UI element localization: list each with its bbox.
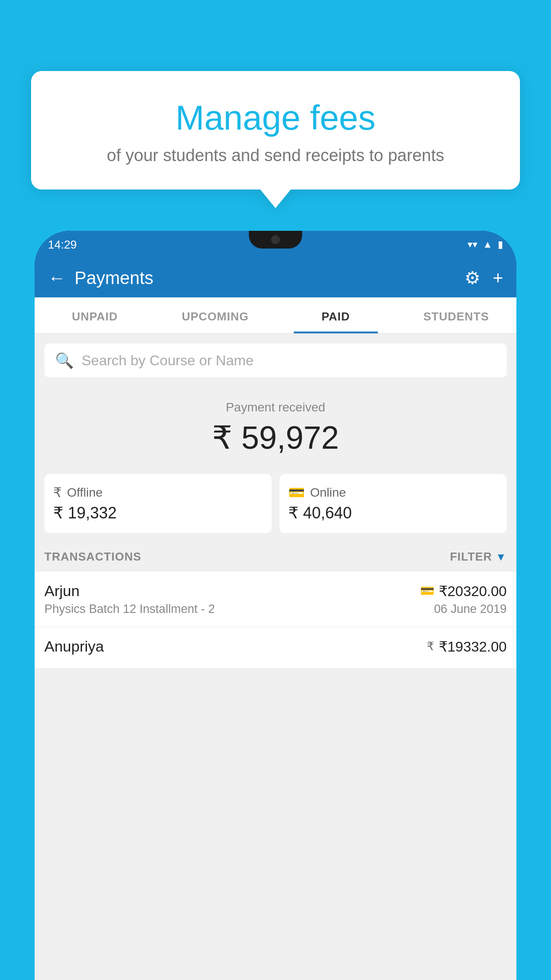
signal-icon: ▲ <box>483 239 492 250</box>
online-payment-card: 💳 Online ₹ 40,640 <box>279 474 507 533</box>
app-header: ← Payments ⚙ + <box>35 258 516 297</box>
transactions-label: TRANSACTIONS <box>44 550 142 564</box>
transaction-name-2: Anupriya <box>44 638 104 655</box>
search-input[interactable]: Search by Course or Name <box>82 352 254 369</box>
online-card-header: 💳 Online <box>288 485 498 500</box>
offline-payment-card: ₹ Offline ₹ 19,332 <box>44 474 272 533</box>
tab-bar: UNPAID UPCOMING PAID STUDENTS <box>35 297 516 334</box>
transaction-course: Physics Batch 12 Installment - 2 <box>44 602 215 616</box>
payment-received-section: Payment received ₹ 59,972 <box>35 387 516 465</box>
phone-screen: 14:29 ▾▾ ▲ ▮ ← Payments ⚙ + UNPAID <box>35 231 516 980</box>
filter-label: FILTER <box>450 550 492 564</box>
transaction-row[interactable]: Arjun 💳 ₹20320.00 Physics Batch 12 Insta… <box>35 572 516 627</box>
transaction-date: 06 June 2019 <box>434 602 507 616</box>
app-content: 🔍 Search by Course or Name Payment recei… <box>35 334 516 980</box>
transaction-amount: ₹20320.00 <box>439 583 507 600</box>
payment-received-amount: ₹ 59,972 <box>43 419 508 456</box>
transaction-top-2: Anupriya ₹ ₹19332.00 <box>44 638 507 655</box>
tab-students[interactable]: STUDENTS <box>396 297 517 333</box>
header-title: Payments <box>75 268 464 288</box>
offline-amount: ₹ 19,332 <box>53 504 263 522</box>
offline-icon: ₹ <box>53 485 62 500</box>
transactions-header: TRANSACTIONS FILTER ▼ <box>35 542 516 572</box>
filter-icon: ▼ <box>496 551 507 563</box>
transaction-card-icon: 💳 <box>420 584 434 598</box>
payment-cards: ₹ Offline ₹ 19,332 💳 Online ₹ 40,640 <box>35 465 516 542</box>
status-bar: 14:29 ▾▾ ▲ ▮ <box>35 231 516 258</box>
status-time: 14:29 <box>48 238 77 252</box>
transaction-amount-row-2: ₹ ₹19332.00 <box>427 638 507 655</box>
tab-unpaid[interactable]: UNPAID <box>35 297 155 333</box>
transaction-row-2[interactable]: Anupriya ₹ ₹19332.00 <box>35 627 516 669</box>
transaction-bottom: Physics Batch 12 Installment - 2 06 June… <box>44 602 507 616</box>
settings-icon[interactable]: ⚙ <box>464 268 480 288</box>
transaction-amount-2: ₹19332.00 <box>439 638 507 655</box>
bubble-subtitle: of your students and send receipts to pa… <box>53 146 498 165</box>
transaction-rupee-icon: ₹ <box>427 640 434 653</box>
status-icons: ▾▾ ▲ ▮ <box>468 239 503 250</box>
phone-frame: 14:29 ▾▾ ▲ ▮ ← Payments ⚙ + UNPAID <box>35 231 516 980</box>
transaction-top: Arjun 💳 ₹20320.00 <box>44 582 507 600</box>
back-button[interactable]: ← <box>48 268 66 288</box>
offline-card-header: ₹ Offline <box>53 485 263 500</box>
camera <box>271 235 280 244</box>
tab-paid[interactable]: PAID <box>276 297 396 333</box>
payment-received-label: Payment received <box>43 400 508 415</box>
offline-label: Offline <box>67 486 102 500</box>
speech-bubble: Manage fees of your students and send re… <box>31 71 520 190</box>
phone-notch <box>249 231 302 249</box>
search-bar[interactable]: 🔍 Search by Course or Name <box>44 344 507 377</box>
tab-upcoming[interactable]: UPCOMING <box>155 297 276 333</box>
filter-button[interactable]: FILTER ▼ <box>450 550 507 564</box>
online-icon: 💳 <box>288 485 305 500</box>
battery-icon: ▮ <box>498 239 503 250</box>
transaction-name: Arjun <box>44 582 79 600</box>
online-amount: ₹ 40,640 <box>288 504 498 522</box>
search-icon: 🔍 <box>55 352 74 369</box>
wifi-icon: ▾▾ <box>468 239 477 250</box>
header-icons: ⚙ + <box>464 268 503 288</box>
transaction-amount-row: 💳 ₹20320.00 <box>420 583 507 600</box>
add-icon[interactable]: + <box>493 268 503 288</box>
online-label: Online <box>310 486 346 500</box>
bubble-title: Manage fees <box>53 98 498 138</box>
